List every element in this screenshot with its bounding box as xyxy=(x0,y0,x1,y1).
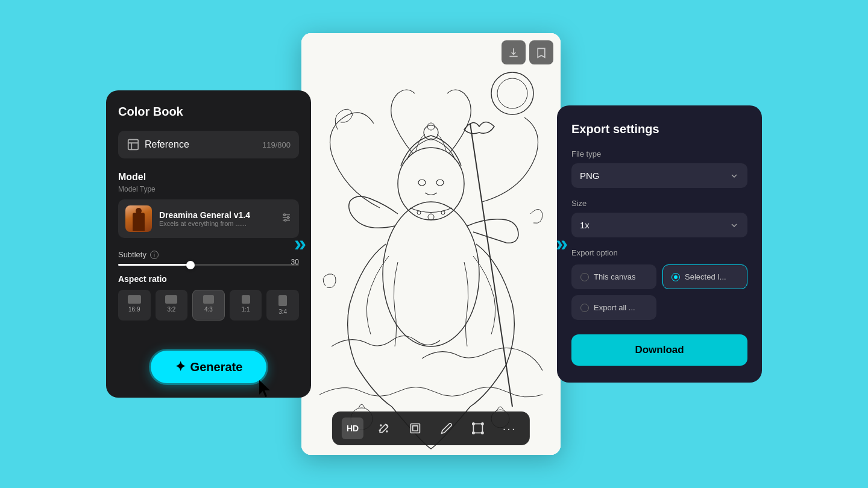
file-type-chevron xyxy=(729,171,739,181)
slider-track xyxy=(118,264,299,266)
svg-rect-0 xyxy=(128,140,139,150)
subtlety-slider[interactable]: 30 xyxy=(118,264,299,266)
ar-label-16-9: 16:9 xyxy=(128,306,140,313)
hd-label: HD xyxy=(347,424,359,433)
more-options-button[interactable]: ··· xyxy=(498,418,520,439)
selected-option[interactable]: Selected I... xyxy=(662,264,747,289)
info-icon: i xyxy=(150,251,159,259)
export-all-label: Export all ... xyxy=(594,303,635,312)
svg-point-24 xyxy=(380,430,381,431)
canvas-toolbar-top xyxy=(502,40,553,64)
model-section-label: Model xyxy=(118,172,299,183)
left-arrow-connector: » xyxy=(294,231,306,257)
export-option-label: Export option xyxy=(571,248,747,257)
ar-btn-3-2[interactable]: 3:2 xyxy=(156,290,188,321)
frame-tool-button[interactable] xyxy=(404,418,426,439)
subtlety-row: Subtlety i xyxy=(118,250,299,259)
size-label: Size xyxy=(571,199,747,208)
size-chevron xyxy=(729,221,739,230)
svg-rect-7 xyxy=(301,33,561,455)
svg-point-22 xyxy=(380,425,382,426)
svg-point-30 xyxy=(473,432,474,434)
right-arrow: » xyxy=(556,231,568,256)
ar-rect-3-4 xyxy=(278,295,287,306)
svg-rect-26 xyxy=(413,426,418,431)
svg-point-29 xyxy=(482,423,483,425)
reference-label: Reference xyxy=(145,139,189,150)
model-settings-icon[interactable] xyxy=(281,212,292,225)
export-panel: Export settings File type PNG Size 1x Ex… xyxy=(557,105,762,383)
generate-star-icon: ✦ xyxy=(175,359,186,375)
transform-tool-button[interactable] xyxy=(467,418,489,439)
ar-label-3-4: 3:4 xyxy=(278,308,287,315)
selected-radio xyxy=(671,273,680,281)
ar-label-1-1: 1:1 xyxy=(242,306,250,313)
canvas-art xyxy=(301,33,561,455)
ar-rect-3-2 xyxy=(165,295,177,304)
canvas-toolbar-bottom: HD xyxy=(332,411,530,445)
ar-btn-3-4[interactable]: 3:4 xyxy=(266,290,299,321)
reference-left: Reference xyxy=(127,138,189,151)
ar-label-4-3: 4:3 xyxy=(204,306,213,313)
model-card[interactable]: Dreamina General v1.4 Excels at everythi… xyxy=(118,199,299,238)
generate-button[interactable]: ✦ Generate xyxy=(151,351,267,383)
generate-label: Generate xyxy=(190,360,243,374)
reference-bar[interactable]: Reference 119/800 xyxy=(118,131,299,158)
export-all-radio xyxy=(580,304,589,312)
subtlety-label: Subtlety xyxy=(118,250,146,259)
aspect-ratio-row: 16:9 3:2 4:3 1:1 3:4 xyxy=(118,290,299,321)
panel-title: Color Book xyxy=(118,105,299,119)
file-type-value: PNG xyxy=(580,170,600,181)
svg-rect-25 xyxy=(411,424,420,433)
export-options-grid: This canvas Selected I... Export all ... xyxy=(571,264,747,320)
bookmark-button[interactable] xyxy=(529,40,553,64)
wand-tool-button[interactable] xyxy=(373,418,395,439)
model-type-label: Model Type xyxy=(118,185,299,193)
right-arrow-connector: » xyxy=(556,231,568,257)
ar-rect-1-1 xyxy=(242,295,250,304)
slider-fill xyxy=(118,264,190,266)
reference-icon xyxy=(127,138,140,151)
ar-btn-16-9[interactable]: 16:9 xyxy=(118,290,151,321)
svg-point-28 xyxy=(473,423,474,425)
size-select[interactable]: 1x xyxy=(571,213,747,237)
hd-button[interactable]: HD xyxy=(342,418,363,439)
cursor-pointer xyxy=(257,379,274,402)
ar-btn-1-1[interactable]: 1:1 xyxy=(230,290,262,321)
slider-thumb xyxy=(186,261,195,269)
ar-btn-4-3[interactable]: 4:3 xyxy=(192,290,225,321)
canvas-panel: HD xyxy=(301,33,561,455)
download-canvas-button[interactable] xyxy=(502,40,526,64)
ar-label-3-2: 3:2 xyxy=(167,306,175,313)
svg-point-6 xyxy=(285,219,286,221)
file-type-label: File type xyxy=(571,149,747,158)
size-value: 1x xyxy=(580,220,590,230)
pen-tool-button[interactable] xyxy=(436,418,458,439)
model-thumbnail xyxy=(125,205,152,232)
model-info: Dreamina General v1.4 Excels at everythi… xyxy=(159,210,274,227)
svg-point-5 xyxy=(287,217,289,219)
reference-count: 119/800 xyxy=(262,140,291,149)
ar-rect-16-9 xyxy=(128,295,141,304)
model-description: Excels at everything from ...... xyxy=(159,220,274,227)
main-container: Color Book Reference 119/800 Model Model… xyxy=(0,0,868,488)
file-type-select[interactable]: PNG xyxy=(571,163,747,188)
selected-label: Selected I... xyxy=(685,272,726,281)
export-title: Export settings xyxy=(571,122,747,136)
model-name: Dreamina General v1.4 xyxy=(159,210,274,220)
download-button[interactable]: Download xyxy=(571,334,747,366)
svg-point-31 xyxy=(482,432,483,434)
ar-rect-4-3 xyxy=(203,295,214,304)
this-canvas-radio xyxy=(580,273,589,281)
subtlety-value: 30 xyxy=(291,258,299,266)
canvas-image xyxy=(301,33,561,455)
this-canvas-label: This canvas xyxy=(594,272,635,281)
generate-wrapper: ✦ Generate xyxy=(118,351,299,383)
left-arrow: » xyxy=(294,231,306,256)
svg-point-23 xyxy=(386,431,388,432)
svg-rect-27 xyxy=(474,424,483,433)
svg-point-4 xyxy=(283,214,285,216)
left-panel: Color Book Reference 119/800 Model Model… xyxy=(106,90,311,398)
this-canvas-option[interactable]: This canvas xyxy=(571,264,656,289)
export-all-option[interactable]: Export all ... xyxy=(571,295,656,320)
